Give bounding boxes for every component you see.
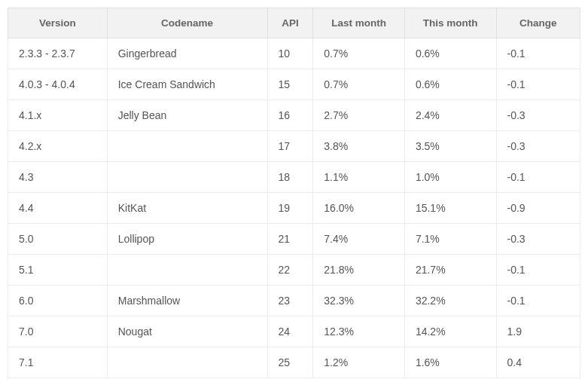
table-row: 7.0 Nougat 24 12.3% 14.2% 1.9 [8, 316, 580, 347]
android-versions-table: Version Codename API Last month This mon… [8, 8, 580, 378]
table-row: 4.2.x 17 3.8% 3.5% -0.3 [8, 131, 580, 162]
cell-change: 1.9 [496, 316, 580, 347]
cell-codename: Lollipop [107, 224, 267, 255]
cell-api: 23 [267, 286, 313, 316]
cell-version: 4.2.x [8, 131, 108, 162]
cell-this-month: 32.2% [404, 286, 496, 316]
cell-change: -0.9 [496, 193, 580, 224]
table-row: 4.0.3 - 4.0.4 Ice Cream Sandwich 15 0.7%… [8, 69, 580, 100]
table-row: 6.0 Marshmallow 23 32.3% 32.2% -0.1 [8, 286, 580, 316]
header-row: Version Codename API Last month This mon… [8, 8, 580, 38]
cell-codename: Jelly Bean [107, 100, 267, 131]
cell-api: 18 [267, 162, 313, 193]
cell-api: 15 [267, 69, 313, 100]
cell-change: 0.4 [496, 347, 580, 378]
cell-version: 4.3 [8, 162, 108, 193]
cell-version: 7.1 [8, 347, 108, 378]
cell-codename: Gingerbread [107, 38, 267, 69]
cell-change: -0.1 [496, 38, 580, 69]
cell-this-month: 2.4% [404, 100, 496, 131]
cell-version: 5.1 [8, 255, 108, 286]
cell-this-month: 0.6% [404, 69, 496, 100]
table-row: 5.1 22 21.8% 21.7% -0.1 [8, 255, 580, 286]
header-api: API [267, 8, 313, 38]
cell-version: 7.0 [8, 316, 108, 347]
cell-codename: Marshmallow [107, 286, 267, 316]
cell-api: 19 [267, 193, 313, 224]
cell-api: 17 [267, 131, 313, 162]
cell-api: 22 [267, 255, 313, 286]
cell-version: 6.0 [8, 286, 108, 316]
cell-change: -0.3 [496, 224, 580, 255]
cell-version: 5.0 [8, 224, 108, 255]
cell-version: 4.4 [8, 193, 108, 224]
cell-this-month: 1.0% [404, 162, 496, 193]
cell-version: 4.1.x [8, 100, 108, 131]
cell-codename: Ice Cream Sandwich [107, 69, 267, 100]
cell-change: -0.1 [496, 162, 580, 193]
header-codename: Codename [107, 8, 267, 38]
cell-change: -0.3 [496, 131, 580, 162]
cell-this-month: 3.5% [404, 131, 496, 162]
table-row: 7.1 25 1.2% 1.6% 0.4 [8, 347, 580, 378]
cell-api: 16 [267, 100, 313, 131]
cell-codename: KitKat [107, 193, 267, 224]
header-this-month: This month [404, 8, 496, 38]
cell-last-month: 3.8% [313, 131, 405, 162]
cell-last-month: 12.3% [313, 316, 405, 347]
cell-last-month: 32.3% [313, 286, 405, 316]
cell-last-month: 1.1% [313, 162, 405, 193]
cell-last-month: 0.7% [313, 69, 405, 100]
cell-change: -0.1 [496, 286, 580, 316]
cell-last-month: 0.7% [313, 38, 405, 69]
table-body: 2.3.3 - 2.3.7 Gingerbread 10 0.7% 0.6% -… [8, 38, 580, 378]
cell-last-month: 16.0% [313, 193, 405, 224]
cell-codename: Nougat [107, 316, 267, 347]
header-change: Change [496, 8, 580, 38]
cell-last-month: 2.7% [313, 100, 405, 131]
cell-codename [107, 347, 267, 378]
table-row: 5.0 Lollipop 21 7.4% 7.1% -0.3 [8, 224, 580, 255]
cell-api: 10 [267, 38, 313, 69]
cell-api: 21 [267, 224, 313, 255]
cell-codename [107, 162, 267, 193]
table-row: 2.3.3 - 2.3.7 Gingerbread 10 0.7% 0.6% -… [8, 38, 580, 69]
cell-api: 24 [267, 316, 313, 347]
cell-last-month: 1.2% [313, 347, 405, 378]
cell-this-month: 21.7% [404, 255, 496, 286]
header-last-month: Last month [313, 8, 405, 38]
cell-change: -0.1 [496, 255, 580, 286]
cell-this-month: 14.2% [404, 316, 496, 347]
cell-this-month: 7.1% [404, 224, 496, 255]
cell-last-month: 21.8% [313, 255, 405, 286]
cell-api: 25 [267, 347, 313, 378]
table-row: 4.3 18 1.1% 1.0% -0.1 [8, 162, 580, 193]
table-row: 4.4 KitKat 19 16.0% 15.1% -0.9 [8, 193, 580, 224]
cell-last-month: 7.4% [313, 224, 405, 255]
cell-version: 2.3.3 - 2.3.7 [8, 38, 108, 69]
cell-change: -0.3 [496, 100, 580, 131]
cell-codename [107, 131, 267, 162]
cell-this-month: 15.1% [404, 193, 496, 224]
cell-this-month: 1.6% [404, 347, 496, 378]
table-row: 4.1.x Jelly Bean 16 2.7% 2.4% -0.3 [8, 100, 580, 131]
cell-version: 4.0.3 - 4.0.4 [8, 69, 108, 100]
cell-this-month: 0.6% [404, 38, 496, 69]
cell-codename [107, 255, 267, 286]
cell-change: -0.1 [496, 69, 580, 100]
header-version: Version [8, 8, 108, 38]
